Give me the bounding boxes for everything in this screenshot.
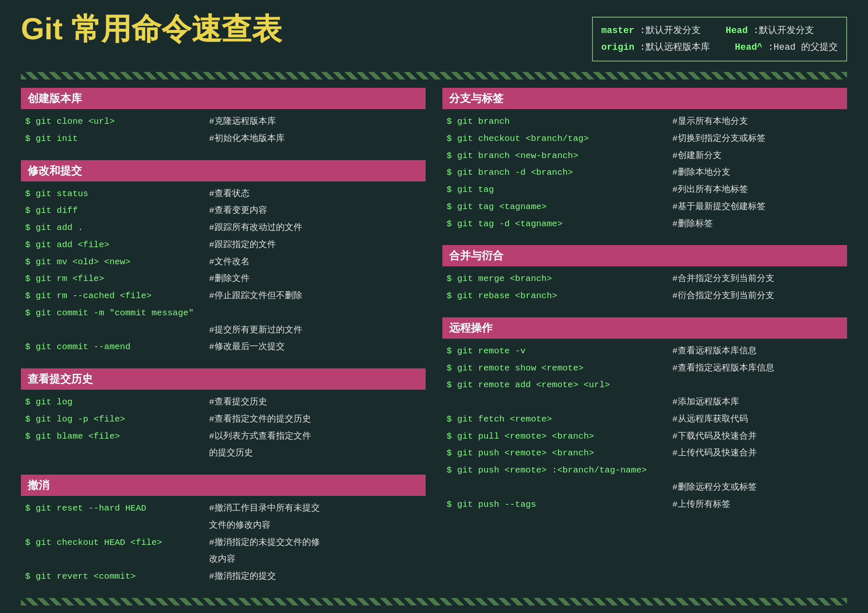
cmd-blame: $ git blame <file> #以列表方式查看指定文件: [25, 429, 421, 444]
section-branch-tag-header: 分支与标签: [442, 88, 847, 109]
header: Git 常用命令速查表 master :默认开发分支 Head :默认开发分支 …: [21, 13, 847, 61]
cmd-reset-cont-text: 文件的修改内容: [209, 518, 271, 534]
cmd-rm-cached: $ git rm --cached <file> #停止跟踪文件但不删除: [25, 289, 421, 304]
cmd-remote-add-cmt: #添加远程版本库: [672, 395, 739, 410]
main-grid: 创建版本库 $ git clone <url> #克隆远程版本库 $ git i…: [21, 88, 847, 590]
cmd-clone-text: $ git clone <url>: [25, 114, 201, 130]
cmd-add-file-comment: #跟踪指定的文件: [209, 238, 276, 253]
section-create-repo: 创建版本库 $ git clone <url> #克隆远程版本库 $ git i…: [21, 88, 426, 152]
legend-row-2: origin :默认远程版本库 Head^ :Head 的父提交: [601, 39, 838, 56]
section-undo: 撤消 $ git reset --hard HEAD #撤消工作目录中所有未提交…: [21, 475, 426, 590]
cmd-diff-comment: #查看变更内容: [209, 203, 267, 219]
cmd-commit-m-comment: #提交所有更新过的文件: [25, 323, 421, 338]
cmd-push-delete-comment: #删除远程分支或标签: [447, 480, 843, 496]
section-modify-commit: 修改和提交 $ git status #查看状态 $ git diff #查看变…: [21, 160, 426, 360]
cmd-branch-new-text: $ git branch <new-branch>: [447, 148, 664, 164]
cmd-checkout-branch: $ git checkout <branch/tag> #切换到指定分支或标签: [447, 131, 843, 147]
cmd-commit-amend-text: $ git commit --amend: [25, 340, 201, 355]
cmd-tag-name-text: $ git tag <tagname>: [447, 199, 664, 215]
left-column: 创建版本库 $ git clone <url> #克隆远程版本库 $ git i…: [21, 88, 426, 590]
cmd-diff: $ git diff #查看变更内容: [25, 203, 421, 219]
section-view-history-body: $ git log #查看提交历史 $ git log -p <file> #查…: [21, 393, 426, 466]
cmd-rebase-comment: #衍合指定分支到当前分支: [672, 289, 774, 304]
cmd-branch: $ git branch #显示所有本地分支: [447, 114, 843, 130]
cmd-commit-amend: $ git commit --amend #修改最后一次提交: [25, 340, 421, 355]
cmd-rm-text: $ git rm <file>: [25, 271, 201, 287]
cmd-branch-d-comment: #删除本地分支: [672, 165, 730, 181]
section-undo-header: 撤消: [21, 475, 426, 496]
cmd-status: $ git status #查看状态: [25, 186, 421, 202]
cmd-mv: $ git mv <old> <new> #文件改名: [25, 255, 421, 270]
cmd-pull: $ git pull <remote> <branch> #下载代码及快速合并: [447, 429, 843, 444]
cmd-revert-text: $ git revert <commit>: [25, 569, 201, 585]
cmd-mv-comment: #文件改名: [209, 255, 250, 270]
cmd-rebase: $ git rebase <branch> #衍合指定分支到当前分支: [447, 289, 843, 304]
cmd-blame-text: $ git blame <file>: [25, 429, 201, 444]
legend-head: Head :默认开发分支: [726, 23, 814, 39]
cmd-revert: $ git revert <commit> #撤消指定的提交: [25, 569, 421, 585]
cmd-rm-comment: #删除文件: [209, 271, 250, 287]
cmd-log-p-text: $ git log -p <file>: [25, 412, 201, 427]
cmd-merge: $ git merge <branch> #合并指定分支到当前分支: [447, 271, 843, 287]
cmd-blame-cont: 的提交历史: [25, 446, 421, 461]
section-remote-body: $ git remote -v #查看远程版本库信息 $ git remote …: [442, 342, 847, 518]
cmd-rm-cached-text: $ git rm --cached <file>: [25, 289, 201, 304]
cmd-checkout-head-cont-text: 改内容: [209, 552, 235, 567]
cmd-status-comment: #查看状态: [209, 186, 250, 202]
cmd-checkout-branch-comment: #切换到指定分支或标签: [672, 131, 766, 147]
cmd-commit-m-text: $ git commit -m "commit message": [25, 308, 194, 318]
cmd-rm-cached-comment: #停止跟踪文件但不删除: [209, 289, 302, 304]
cmd-push-tags-comment: #上传所有标签: [672, 497, 730, 513]
cmd-pull-text: $ git pull <remote> <branch>: [447, 429, 664, 444]
cmd-rm: $ git rm <file> #删除文件: [25, 271, 421, 287]
section-branch-tag-body: $ git branch #显示所有本地分支 $ git checkout <b…: [442, 112, 847, 237]
section-create-repo-header: 创建版本库: [21, 88, 426, 109]
cmd-add-all-comment: #跟踪所有改动过的文件: [209, 220, 302, 236]
cmd-branch-d-text: $ git branch -d <branch>: [447, 165, 664, 181]
legend-row-1: master :默认开发分支 Head :默认开发分支: [601, 23, 838, 39]
section-merge-rebase: 合并与衍合 $ git merge <branch> #合并指定分支到当前分支 …: [442, 245, 847, 309]
cmd-push-delete-text: $ git push <remote> :<branch/tag-name>: [447, 465, 647, 475]
cmd-reset-cont: 文件的修改内容: [25, 518, 421, 534]
cmd-log-comment: #查看提交历史: [209, 395, 267, 410]
cmd-log-p: $ git log -p <file> #查看指定文件的提交历史: [25, 412, 421, 427]
cmd-push-tags-text: $ git push --tags: [447, 497, 664, 513]
cmd-tag-d-comment: #删除标签: [672, 217, 713, 232]
cmd-clone-comment: #克隆远程版本库: [209, 114, 276, 130]
cmd-init-text: $ git init: [25, 131, 201, 147]
cmd-remote-v-comment: #查看远程版本库信息: [672, 344, 757, 359]
cmd-tag-name-comment: #基于最新提交创建标签: [672, 199, 766, 215]
section-view-history: 查看提交历史 $ git log #查看提交历史 $ git log -p <f…: [21, 368, 426, 466]
cmd-branch-d: $ git branch -d <branch> #删除本地分支: [447, 165, 843, 181]
section-merge-rebase-body: $ git merge <branch> #合并指定分支到当前分支 $ git …: [442, 270, 847, 309]
cmd-log: $ git log #查看提交历史: [25, 395, 421, 410]
cmd-merge-text: $ git merge <branch>: [447, 271, 664, 287]
right-column: 分支与标签 $ git branch #显示所有本地分支 $ git check…: [442, 88, 847, 590]
cmd-revert-comment: #撤消指定的提交: [209, 569, 276, 585]
section-view-history-header: 查看提交历史: [21, 368, 426, 390]
footer: # Git Cheat Sheet <CN> (Version 0.1) # 2…: [21, 610, 847, 613]
legend-master: master :默认开发分支: [601, 23, 701, 39]
cmd-reset: $ git reset --hard HEAD #撤消工作目录中所有未提交: [25, 501, 421, 516]
cmd-remote-v: $ git remote -v #查看远程版本库信息: [447, 344, 843, 359]
cmd-tag: $ git tag #列出所有本地标签: [447, 182, 843, 198]
cmd-checkout-branch-text: $ git checkout <branch/tag>: [447, 131, 664, 147]
cmd-add-file-text: $ git add <file>: [25, 238, 201, 253]
section-create-repo-body: $ git clone <url> #克隆远程版本库 $ git init #初…: [21, 112, 426, 152]
cmd-checkout-head-comment: #撤消指定的未提交文件的修: [209, 535, 320, 551]
cmd-remote-v-text: $ git remote -v: [447, 344, 664, 359]
section-undo-body: $ git reset --hard HEAD #撤消工作目录中所有未提交 文件…: [21, 499, 426, 590]
cmd-init: $ git init #初始化本地版本库: [25, 131, 421, 147]
cmd-tag-text: $ git tag: [447, 182, 664, 198]
cmd-fetch-comment: #从远程库获取代码: [672, 412, 748, 427]
cmd-remote-add: $ git remote add <remote> <url>: [447, 378, 843, 393]
cmd-remote-show: $ git remote show <remote> #查看指定远程版本库信息: [447, 361, 843, 376]
cmd-mv-text: $ git mv <old> <new>: [25, 255, 201, 270]
bottom-divider: [21, 598, 847, 605]
cmd-reset-text: $ git reset --hard HEAD: [25, 501, 201, 516]
cmd-checkout-head-cont: 改内容: [25, 552, 421, 567]
cmd-push-delete-cmt: #删除远程分支或标签: [672, 480, 757, 496]
cmd-tag-d: $ git tag -d <tagname> #删除标签: [447, 217, 843, 232]
cmd-log-text: $ git log: [25, 395, 201, 410]
cmd-diff-text: $ git diff: [25, 203, 201, 219]
